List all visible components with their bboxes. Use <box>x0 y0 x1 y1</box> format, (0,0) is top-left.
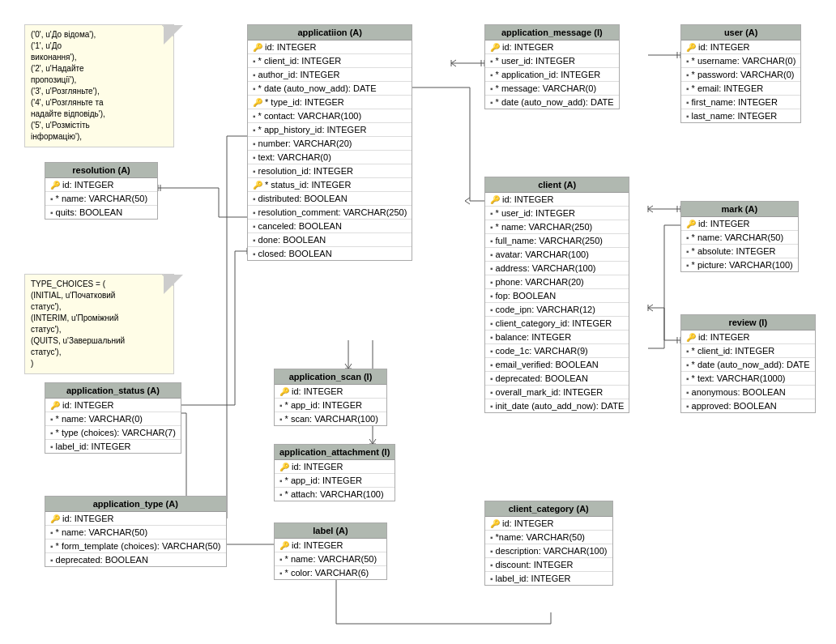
table-application_scan: application_scan (I)🔑id: INTEGER▪* app_i… <box>274 369 387 426</box>
col-icon: ▪ <box>253 112 256 121</box>
table-row: ▪* date (auto_now_add): DATE <box>681 358 815 372</box>
svg-line-18 <box>648 209 653 212</box>
table-row: 🔑id: INTEGER <box>275 385 386 399</box>
row-text: * attach: VARCHAR(100) <box>285 489 384 499</box>
col-icon: ▪ <box>253 208 256 217</box>
row-text: * application_id: INTEGER <box>496 70 601 79</box>
table-label: label (A)🔑id: INTEGER▪* name: VARCHAR(50… <box>274 522 387 580</box>
table-application: applicatiion (A)🔑id: INTEGER▪* client_id… <box>247 24 412 261</box>
table-row: ▪balance: INTEGER <box>485 331 629 344</box>
row-text: id: INTEGER <box>62 180 114 190</box>
table-row: ▪* name: VARCHAR(50) <box>45 192 157 206</box>
row-text: address: VARCHAR(100) <box>496 263 596 273</box>
row-text: author_id: INTEGER <box>258 70 340 79</box>
table-review-header: review (I) <box>681 315 815 331</box>
table-label-header: label (A) <box>275 523 386 539</box>
row-text: * form_template (choices): VARCHAR(50) <box>56 541 221 551</box>
row-text: * app_history_id: INTEGER <box>258 125 367 134</box>
row-text: * email: INTEGER <box>692 83 764 93</box>
col-icon: ▪ <box>50 442 53 451</box>
row-text: code_1c: VARCHAR(9) <box>496 346 588 356</box>
table-client: client (A)🔑id: INTEGER▪* user_id: INTEGE… <box>484 177 629 413</box>
table-row: 🔑id: INTEGER <box>275 539 386 552</box>
col-icon: ▪ <box>50 542 53 551</box>
col-icon: ▪ <box>279 401 283 410</box>
row-text: id: INTEGER <box>698 219 750 228</box>
col-icon: ▪ <box>50 528 53 537</box>
col-icon: ▪ <box>490 292 493 301</box>
row-text: * picture: VARCHAR(100) <box>692 260 793 270</box>
col-icon: ▪ <box>50 415 53 424</box>
svg-line-59 <box>648 308 653 311</box>
table-row: 🔑id: INTEGER <box>45 399 181 412</box>
table-application_status-header: application_status (A) <box>45 383 181 399</box>
row-text: phone: VARCHAR(20) <box>496 277 584 287</box>
table-row: ▪* form_template (choices): VARCHAR(50) <box>45 540 226 553</box>
svg-line-4 <box>451 60 456 63</box>
row-text: id: INTEGER <box>698 42 750 52</box>
table-row: ▪* text: VARCHAR(1000) <box>681 372 815 386</box>
table-row: ▪number: VARCHAR(20) <box>248 137 412 151</box>
row-text: * date (auto_now_add): DATE <box>692 360 810 369</box>
row-text: balance: INTEGER <box>496 332 572 342</box>
col-icon: ▪ <box>686 70 689 79</box>
col-icon: ▪ <box>50 556 53 565</box>
row-text: done: BOOLEAN <box>258 235 326 245</box>
table-row: 🔑id: INTEGER <box>485 41 619 54</box>
col-icon: ▪ <box>686 84 689 93</box>
col-icon: ▪ <box>253 236 256 245</box>
col-icon: ▪ <box>279 490 283 499</box>
col-icon: ▪ <box>686 261 689 270</box>
col-icon: ▪ <box>686 374 689 383</box>
table-row: ▪*name: VARCHAR(50) <box>485 531 612 544</box>
table-row: ▪deprecated: BOOLEAN <box>485 372 629 386</box>
table-application_status: application_status (A)🔑id: INTEGER▪* nam… <box>45 382 181 454</box>
table-application-header: applicatiion (A) <box>248 25 412 41</box>
table-row: ▪deprecated: BOOLEAN <box>45 553 226 566</box>
row-text: number: VARCHAR(20) <box>258 139 352 148</box>
table-row: ▪author_id: INTEGER <box>248 68 412 82</box>
svg-line-9 <box>465 198 470 201</box>
row-text: overall_mark_id: INTEGER <box>496 387 604 397</box>
table-row: 🔑id: INTEGER <box>275 460 395 474</box>
table-row: ▪* name: VARCHAR(50) <box>45 526 226 540</box>
row-text: * password: VARCHAR(0) <box>692 70 795 79</box>
table-row: ▪* scan: VARCHAR(100) <box>275 412 386 425</box>
col-icon: ▪ <box>279 555 283 564</box>
row-text: * text: VARCHAR(1000) <box>692 373 786 383</box>
row-text: * name: VARCHAR(50) <box>692 232 784 242</box>
col-icon: ▪ <box>279 476 283 485</box>
row-text: * color: VARCHAR(6) <box>285 568 369 578</box>
table-row: ▪init_date (auto_add_now): DATE <box>485 399 629 412</box>
col-icon: ▪ <box>686 360 689 369</box>
table-application_attachment: application_attachment (I)🔑id: INTEGER▪*… <box>274 444 395 501</box>
col-icon: ▪ <box>686 388 689 397</box>
table-row: ▪* password: VARCHAR(0) <box>681 68 800 82</box>
table-row: ▪* picture: VARCHAR(100) <box>681 258 798 271</box>
table-row: ▪* app_history_id: INTEGER <box>248 123 412 137</box>
row-text: id: INTEGER <box>502 42 554 52</box>
col-icon: ▪ <box>253 153 256 162</box>
key-icon: 🔑 <box>490 519 500 528</box>
row-text: * name: VARCHAR(250) <box>496 222 593 232</box>
row-text: distributed: BOOLEAN <box>258 194 348 203</box>
table-user-header: user (A) <box>681 25 800 41</box>
row-text: discount: INTEGER <box>496 560 574 569</box>
col-icon: ▪ <box>490 561 493 569</box>
key-icon: 🔑 <box>50 514 60 523</box>
row-text: id: INTEGER <box>502 194 554 204</box>
row-text: last_name: INTEGER <box>692 111 778 121</box>
dog-ear2 <box>162 275 173 286</box>
table-row: 🔑id: INTEGER <box>485 517 612 531</box>
row-text: client_category_id: INTEGER <box>496 318 612 328</box>
table-row: ▪* message: VARCHAR(0) <box>485 82 619 96</box>
col-icon: ▪ <box>490 347 493 356</box>
svg-line-17 <box>648 206 653 209</box>
row-text: deprecated: BOOLEAN <box>56 555 148 565</box>
table-row: ▪last_name: INTEGER <box>681 109 800 122</box>
col-icon: ▪ <box>490 98 493 107</box>
table-row: ▪done: BOOLEAN <box>248 233 412 247</box>
col-icon: ▪ <box>490 264 493 273</box>
row-text: * client_id: INTEGER <box>258 56 342 66</box>
table-row: ▪anonymous: BOOLEAN <box>681 386 815 399</box>
